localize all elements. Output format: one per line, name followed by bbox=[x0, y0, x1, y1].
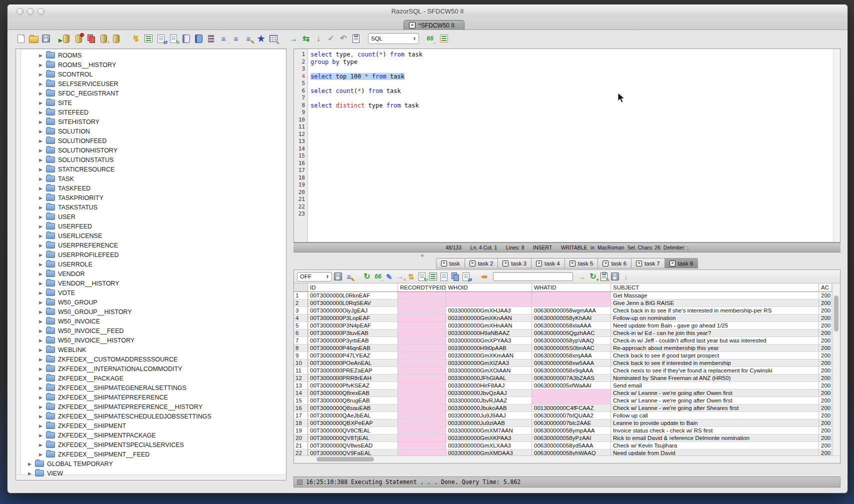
code-line[interactable] bbox=[310, 66, 833, 73]
table-cell[interactable]: 006300000058yhWAAQ bbox=[532, 450, 611, 456]
code-line[interactable] bbox=[310, 116, 833, 124]
table-row[interactable]: 1700T3000000QAeJbEAL0033000000Ju9J9AAJ00… bbox=[294, 412, 832, 420]
tree-item-sitefeed[interactable]: ▶SITEFEED bbox=[21, 108, 286, 117]
grid-horizontal-scrollbar[interactable] bbox=[294, 456, 840, 463]
table-cell[interactable]: 00T3000000PRR8rEAH bbox=[308, 374, 398, 382]
table-cell[interactable]: 0033000000JbukoAAB bbox=[446, 404, 532, 412]
row-number-cell[interactable]: 3 bbox=[294, 307, 308, 314]
disclosure-triangle-icon[interactable]: ▶ bbox=[39, 110, 45, 115]
result-tab-task-2[interactable]: ×task 2 bbox=[465, 258, 498, 268]
code-line[interactable] bbox=[310, 182, 833, 189]
table-cell[interactable]: 006300000058xw5AAA bbox=[532, 360, 611, 367]
disclosure-triangle-icon[interactable]: ▶ bbox=[39, 300, 45, 305]
code-line[interactable] bbox=[310, 94, 833, 102]
tree-item-w50-invoice-history[interactable]: ▶W50_INVOICE__HISTORY bbox=[21, 336, 286, 345]
new-document-icon[interactable] bbox=[16, 33, 26, 44]
refresh-query-icon[interactable]: ↻+ bbox=[588, 272, 598, 282]
query-builder-icon[interactable]: ↳ bbox=[268, 33, 279, 44]
tree-item-zkfedex-shipmentpackage[interactable]: ▶ZKFEDEX__SHIPMENTPACKAGE bbox=[21, 430, 286, 440]
row-number-cell[interactable]: 1 bbox=[294, 292, 308, 300]
database-tools-icon[interactable] bbox=[110, 33, 122, 44]
row-number-cell[interactable]: 22 bbox=[294, 450, 308, 456]
column-header-whoid[interactable]: WHOID bbox=[446, 284, 532, 292]
table-row[interactable]: 100T3000000L0RknEAFGet Massage200 bbox=[294, 292, 832, 300]
table-cell[interactable]: 0033000000GmXLXAA3 bbox=[446, 442, 532, 450]
tree-item-site[interactable]: ▶SITE bbox=[21, 98, 286, 108]
disclosure-triangle-icon[interactable]: ▶ bbox=[39, 376, 45, 381]
disclosure-triangle-icon[interactable]: ▶ bbox=[39, 404, 45, 410]
table-cell[interactable]: 200 bbox=[819, 344, 832, 352]
column-header-subject[interactable]: SUBJECT bbox=[611, 284, 819, 292]
table-cell[interactable] bbox=[398, 382, 446, 390]
tree-item-zkfedex-shipment-feed[interactable]: ▶ZKFEDEX__SHIPMENT__FEED bbox=[21, 450, 286, 459]
disclosure-triangle-icon[interactable]: ▶ bbox=[39, 310, 45, 314]
save-icon[interactable] bbox=[40, 33, 52, 44]
disclosure-triangle-icon[interactable]: ▶ bbox=[39, 281, 45, 286]
table-cell[interactable] bbox=[398, 450, 446, 456]
table-cell[interactable]: Rick to email David & reference Delmonte… bbox=[611, 434, 819, 442]
table-cell[interactable]: 0033000000GmXKmAAN bbox=[446, 352, 532, 360]
tree-item-w50-group[interactable]: ▶W50_GROUP bbox=[21, 298, 286, 307]
tree-item-zkfedex-shipmentspecialservices[interactable]: ▶ZKFEDEX__SHIPMENTSPECIALSERVICES bbox=[21, 440, 286, 450]
table-cell[interactable]: 00T3000000Q8rexEAB bbox=[308, 390, 398, 397]
table-cell[interactable]: 200 bbox=[819, 322, 832, 330]
row-number-cell[interactable]: 20 bbox=[294, 434, 308, 442]
table-cell[interactable]: 200 bbox=[819, 292, 832, 300]
align-lines-icon[interactable]: ≡ bbox=[230, 33, 242, 44]
code-line[interactable]: group by type bbox=[310, 58, 833, 66]
table-cell[interactable]: 00630000005QgzhAAC bbox=[532, 330, 611, 337]
table-cell[interactable]: 200 bbox=[819, 397, 832, 404]
code-line[interactable] bbox=[310, 124, 833, 131]
disclosure-triangle-icon[interactable]: ▶ bbox=[39, 129, 45, 134]
table-cell[interactable]: 00T3000000P46qnEAB bbox=[308, 344, 398, 352]
table-row[interactable]: 400T3000000P3LopEAF0033000000GmXKnAAN006… bbox=[294, 314, 832, 322]
sort-results-icon[interactable]: ⇅ bbox=[406, 272, 416, 282]
table-cell[interactable]: 0033000000JbvQzAAJ bbox=[446, 390, 532, 397]
table-cell[interactable]: Need update from Bain - gave go ahead 1/… bbox=[611, 322, 819, 330]
zoom-window-button[interactable] bbox=[38, 8, 44, 15]
table-cell[interactable]: 00T3000000L0RqSEAV bbox=[308, 300, 398, 307]
table-cell[interactable]: 0033000000GmXHnAAN bbox=[446, 322, 532, 330]
row-number-cell[interactable]: 17 bbox=[294, 412, 308, 420]
table-cell[interactable]: 006300000058yd5AAA bbox=[532, 442, 611, 450]
table-cell[interactable]: 0033000000GmXMDAA3 bbox=[446, 450, 532, 456]
table-cell[interactable]: 200 bbox=[819, 330, 832, 337]
table-cell[interactable]: 00T3000000OiyJgEAJ bbox=[308, 307, 398, 314]
row-number-cell[interactable]: 8 bbox=[294, 344, 308, 352]
table-cell[interactable] bbox=[532, 292, 611, 300]
code-line[interactable] bbox=[310, 146, 833, 153]
table-row[interactable]: 1900T3000000QV8CfEAL0033000000GmXM7AAN00… bbox=[294, 427, 832, 434]
edit-notes-icon[interactable]: ✎ bbox=[599, 272, 609, 282]
table-cell[interactable]: Check nexis to see if they've found a re… bbox=[611, 367, 819, 374]
statement-type-select[interactable]: SQL ▲▼ bbox=[368, 33, 419, 44]
tree-item-zkfedex-shipmatepreference[interactable]: ▶ZKFEDEX__SHIPMATEPREFERENCE bbox=[21, 392, 286, 402]
table-cell[interactable]: 200 bbox=[819, 307, 832, 314]
table-row[interactable]: 1500T3000000Q8rugEAB0033000000JbvRJAAZCh… bbox=[294, 397, 832, 404]
title-bar[interactable]: RazorSQL - SFDCW50 II bbox=[8, 4, 848, 18]
table-cell[interactable] bbox=[398, 344, 446, 352]
row-number-cell[interactable]: 4 bbox=[294, 314, 308, 322]
close-window-button[interactable] bbox=[16, 8, 24, 15]
tree-item-zkfedex-shipmatescheduledjobssettings[interactable]: ▶ZKFEDEX__SHIPMATESCHEDULEDJOBSSETTINGS bbox=[21, 412, 286, 421]
save-grid-icon[interactable] bbox=[610, 272, 620, 282]
tree-item-userlicense[interactable]: ▶USERLICENSE bbox=[21, 231, 286, 240]
tree-item-w50-group-history[interactable]: ▶W50_GROUP__HISTORY bbox=[21, 307, 286, 316]
code-line[interactable] bbox=[310, 109, 833, 116]
tree-vertical-scrollbar[interactable] bbox=[16, 49, 21, 475]
table-cell[interactable] bbox=[398, 427, 446, 434]
table-cell[interactable]: 200 bbox=[819, 352, 832, 360]
table-cell[interactable]: 0033000000Ju9J9AAJ bbox=[446, 412, 532, 420]
table-cell[interactable]: 00T3000000QV8wsEAD bbox=[308, 442, 398, 450]
close-tab-icon[interactable]: × bbox=[502, 260, 508, 266]
code-line[interactable]: select count(*) from task bbox=[310, 88, 833, 95]
result-tab-task-6[interactable]: ×task 6 bbox=[598, 258, 632, 268]
splitter-handle[interactable] bbox=[421, 254, 424, 257]
table-cell[interactable] bbox=[398, 374, 446, 382]
row-number-cell[interactable]: 9 bbox=[294, 352, 308, 360]
table-cell[interactable]: 00T3000000P3tuvEAB bbox=[308, 330, 398, 337]
code-line[interactable] bbox=[310, 138, 833, 146]
column-header-id[interactable]: ID bbox=[308, 284, 398, 292]
code-line[interactable] bbox=[310, 160, 833, 168]
close-tab-icon[interactable]: × bbox=[536, 260, 542, 266]
close-tab-icon[interactable]: × bbox=[636, 260, 642, 266]
